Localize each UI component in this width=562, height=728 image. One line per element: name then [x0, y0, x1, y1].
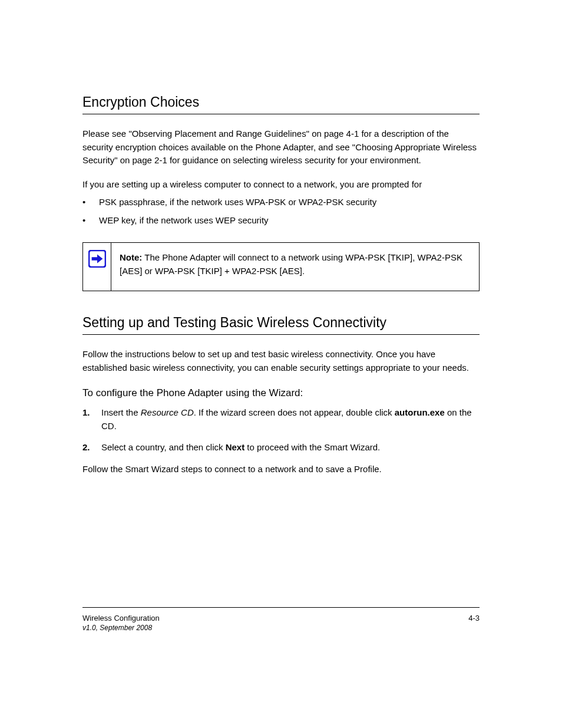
step-number: 2.	[82, 441, 101, 454]
step-item: 2. Select a country, and then click Next…	[82, 441, 480, 454]
paragraph: If you are setting up a wireless compute…	[82, 178, 480, 192]
paragraph: Follow the instructions below to set up …	[82, 348, 480, 374]
note-body: The Phone Adapter will connect to a netw…	[120, 252, 462, 276]
note-box: Note: The Phone Adapter will connect to …	[82, 242, 480, 291]
note-label: Note:	[120, 252, 142, 262]
list-item: • WEP key, if the network uses WEP secur…	[82, 214, 480, 228]
heading-setting-up-wireless: Setting up and Testing Basic Wireless Co…	[82, 315, 480, 335]
list-item: • PSK passphrase, if the network uses WP…	[82, 196, 480, 209]
list-item-text: PSK passphrase, if the network uses WPA-…	[99, 196, 480, 209]
heading-encryption-choices: Encryption Choices	[82, 94, 480, 114]
subheading-configure-wizard: To configure the Phone Adapter using the…	[82, 387, 480, 399]
paragraph: Please see "Observing Placement and Rang…	[82, 127, 480, 167]
note-text: Note: The Phone Adapter will connect to …	[111, 243, 479, 291]
step-text: Insert the Resource CD. If the wizard sc…	[101, 406, 480, 433]
note-icon-cell	[83, 243, 111, 291]
page-number: 4-3	[468, 614, 480, 632]
step-item: 1. Insert the Resource CD. If the wizard…	[82, 406, 480, 433]
footer-version: v1.0, September 2008	[82, 624, 160, 632]
page-footer: Wireless Configuration v1.0, September 2…	[82, 607, 480, 632]
list-item-text: WEP key, if the network uses WEP securit…	[99, 214, 480, 228]
arrow-right-icon	[88, 250, 106, 268]
paragraph: Follow the Smart Wizard steps to connect…	[82, 463, 480, 476]
bullet-icon: •	[82, 214, 99, 228]
footer-section-title: Wireless Configuration	[82, 614, 160, 622]
step-number: 1.	[82, 406, 101, 433]
bullet-icon: •	[82, 196, 99, 209]
step-text: Select a country, and then click Next to…	[101, 441, 480, 454]
